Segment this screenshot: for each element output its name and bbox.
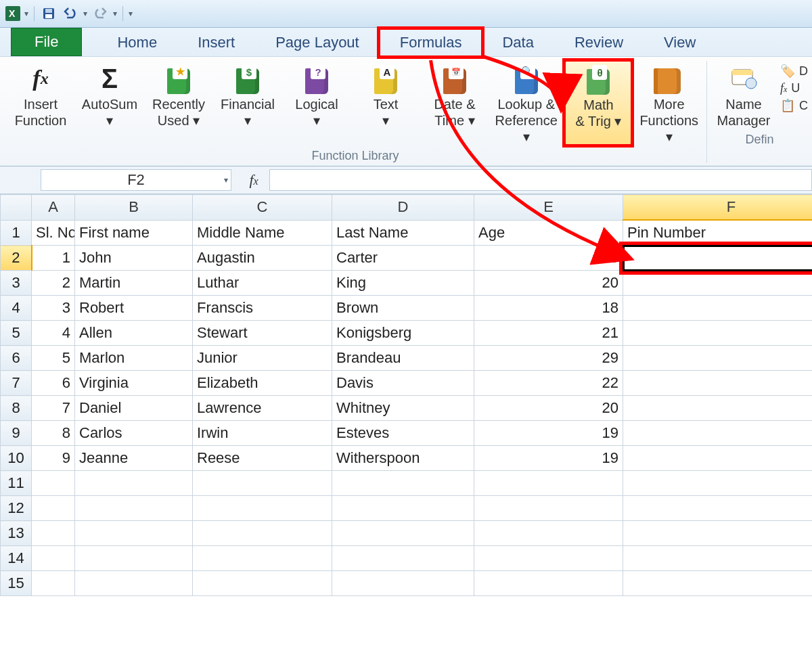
tab-home[interactable]: Home (97, 29, 177, 56)
cell-A13[interactable] (32, 521, 75, 546)
cell-A15[interactable] (32, 571, 75, 596)
col-header-A[interactable]: A (32, 195, 75, 221)
tab-file[interactable]: File (11, 28, 82, 56)
tab-data[interactable]: Data (482, 29, 554, 56)
cell-E13[interactable] (474, 521, 623, 546)
col-header-E[interactable]: E (474, 195, 623, 221)
cell-E11[interactable] (474, 471, 623, 496)
cell-E12[interactable] (474, 496, 623, 521)
cell-F14[interactable] (623, 546, 813, 571)
cell-B12[interactable] (75, 496, 193, 521)
cell-B6[interactable]: Marlon (75, 346, 193, 371)
row-header-1[interactable]: 1 (1, 220, 32, 246)
cell-D10[interactable]: Witherspoon (332, 446, 474, 471)
cell-C1[interactable]: Middle Name (193, 220, 332, 246)
cell-D9[interactable]: Esteves (332, 421, 474, 446)
cell-C7[interactable]: Elizabeth (193, 371, 332, 396)
cell-D1[interactable]: Last Name (332, 220, 474, 246)
cell-A3[interactable]: 2 (32, 271, 75, 296)
cell-A10[interactable]: 9 (32, 446, 75, 471)
cell-A4[interactable]: 3 (32, 296, 75, 321)
cell-A1[interactable]: Sl. No. (32, 220, 75, 246)
row-header-15[interactable]: 15 (1, 571, 32, 596)
cell-F2[interactable] (623, 246, 813, 271)
cell-C9[interactable]: Irwin (193, 421, 332, 446)
cell-D6[interactable]: Brandeau (332, 346, 474, 371)
cell-E9[interactable]: 19 (474, 421, 623, 446)
cell-C10[interactable]: Reese (193, 446, 332, 471)
cell-F13[interactable] (623, 521, 813, 546)
cell-B10[interactable]: Jeanne (75, 446, 193, 471)
cell-D3[interactable]: King (332, 271, 474, 296)
cell-D15[interactable] (332, 571, 474, 596)
cell-C14[interactable] (193, 546, 332, 571)
row-header-10[interactable]: 10 (1, 446, 32, 471)
cell-C12[interactable] (193, 496, 332, 521)
row-header-5[interactable]: 5 (1, 321, 32, 346)
cell-F1[interactable]: Pin Number (623, 220, 813, 246)
cell-B13[interactable] (75, 521, 193, 546)
cell-C13[interactable] (193, 521, 332, 546)
cell-F11[interactable] (623, 471, 813, 496)
cell-B7[interactable]: Virginia (75, 371, 193, 396)
cell-E10[interactable]: 19 (474, 446, 623, 471)
cell-C5[interactable]: Stewart (193, 321, 332, 346)
row-header-4[interactable]: 4 (1, 296, 32, 321)
cell-A6[interactable]: 5 (32, 346, 75, 371)
fx-label-icon[interactable]: fx (238, 171, 269, 189)
row-header-6[interactable]: 6 (1, 346, 32, 371)
row-header-3[interactable]: 3 (1, 271, 32, 296)
col-header-D[interactable]: D (332, 195, 474, 221)
insert-function-button[interactable]: fx Insert Function (8, 61, 73, 145)
cell-F6[interactable] (623, 346, 813, 371)
col-header-B[interactable]: B (75, 195, 193, 221)
cell-A8[interactable]: 7 (32, 396, 75, 421)
cell-E14[interactable] (474, 546, 623, 571)
name-box-dropdown-icon[interactable]: ▾ (224, 175, 228, 185)
col-header-C[interactable]: C (193, 195, 332, 221)
recently-used-button[interactable]: ★ Recently Used ▾ (146, 61, 211, 145)
tab-review[interactable]: Review (554, 29, 644, 56)
cell-E1[interactable]: Age (474, 220, 623, 246)
cell-F5[interactable] (623, 321, 813, 346)
row-header-2[interactable]: 2 (1, 246, 32, 271)
undo-button[interactable] (62, 5, 79, 22)
name-box[interactable]: F2 ▾ (41, 169, 231, 191)
cell-A14[interactable] (32, 546, 75, 571)
cell-B11[interactable] (75, 471, 193, 496)
save-button[interactable] (40, 5, 58, 22)
cell-E5[interactable]: 21 (474, 321, 623, 346)
cell-F12[interactable] (623, 496, 813, 521)
row-header-11[interactable]: 11 (1, 471, 32, 496)
row-header-8[interactable]: 8 (1, 396, 32, 421)
cell-F3[interactable] (623, 271, 813, 296)
cell-E2[interactable]: 19 (474, 246, 623, 271)
cell-F9[interactable] (623, 421, 813, 446)
row-header-7[interactable]: 7 (1, 371, 32, 396)
row-header-12[interactable]: 12 (1, 496, 32, 521)
cell-C6[interactable]: Junior (193, 346, 332, 371)
cell-A11[interactable] (32, 471, 75, 496)
lookup-reference-button[interactable]: 🔍 Lookup & Reference ▾ (491, 61, 561, 145)
cell-A5[interactable]: 4 (32, 321, 75, 346)
define-name-button[interactable]: 🏷️D (780, 64, 808, 78)
cell-B5[interactable]: Allen (75, 321, 193, 346)
cell-F10[interactable] (623, 446, 813, 471)
worksheet-grid[interactable]: ABCDEF 1Sl. No.First nameMiddle NameLast… (0, 194, 812, 596)
cell-A2[interactable]: 1 (32, 246, 75, 271)
date-time-button[interactable]: 📅 Date & Time ▾ (422, 61, 487, 145)
cell-E15[interactable] (474, 571, 623, 596)
text-button[interactable]: A Text▾ (353, 61, 418, 145)
cell-B2[interactable]: John (75, 246, 193, 271)
cell-E4[interactable]: 18 (474, 296, 623, 321)
row-header-13[interactable]: 13 (1, 521, 32, 546)
cell-E8[interactable]: 20 (474, 396, 623, 421)
cell-B9[interactable]: Carlos (75, 421, 193, 446)
tab-insert[interactable]: Insert (177, 29, 255, 56)
cell-D5[interactable]: Konigsberg (332, 321, 474, 346)
cell-D2[interactable]: Carter (332, 246, 474, 271)
tab-view[interactable]: View (644, 29, 716, 56)
create-from-selection-button[interactable]: 📋C (780, 98, 808, 113)
cell-D8[interactable]: Whitney (332, 396, 474, 421)
formula-bar-input[interactable] (269, 169, 812, 191)
